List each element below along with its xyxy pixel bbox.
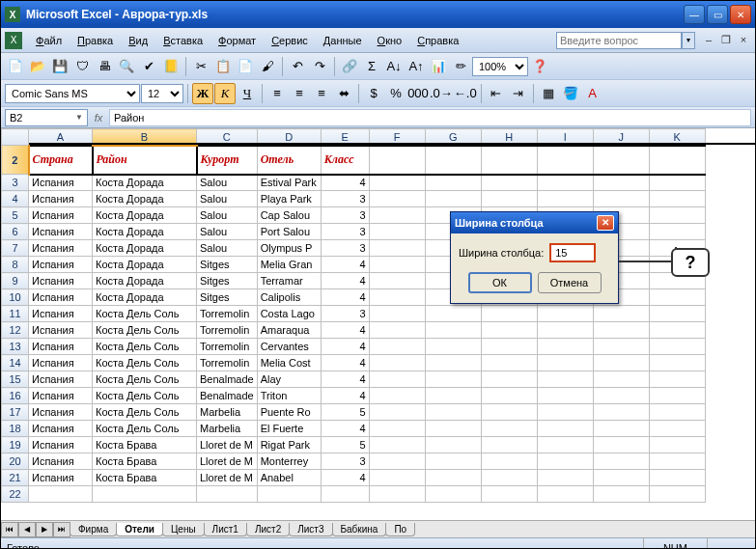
cell-E2[interactable]: Класс: [321, 146, 369, 175]
italic-button[interactable]: К: [214, 83, 236, 104]
cut-icon[interactable]: ✂: [190, 56, 211, 77]
cell-B10[interactable]: Коста Дорада: [93, 289, 197, 306]
row-header-6[interactable]: 6: [2, 224, 29, 240]
redo-icon[interactable]: ↷: [309, 56, 330, 77]
row-header-3[interactable]: 3: [2, 175, 29, 191]
cell-H16[interactable]: [481, 388, 537, 404]
cell-A5[interactable]: Испания: [29, 207, 93, 224]
cell-C19[interactable]: Lloret de M: [197, 437, 258, 453]
cell-K11[interactable]: [649, 306, 705, 322]
cell-I21[interactable]: [537, 470, 593, 486]
cell-A21[interactable]: Испания: [29, 470, 93, 486]
menu-данные[interactable]: Данные: [316, 32, 370, 49]
cell-G12[interactable]: [425, 322, 481, 339]
align-center-icon[interactable]: ≡: [289, 83, 310, 104]
cell-E18[interactable]: 4: [321, 421, 369, 437]
format-painter-icon[interactable]: 🖌: [257, 56, 278, 77]
cell-K17[interactable]: [649, 404, 705, 421]
cell-C6[interactable]: Salou: [197, 224, 258, 240]
column-width-input[interactable]: [549, 243, 596, 262]
font-combo[interactable]: Comic Sans MS: [5, 84, 140, 103]
doc-restore-button[interactable]: ❐: [718, 34, 734, 47]
cell-D17[interactable]: Puente Ro: [257, 404, 321, 421]
cell-F19[interactable]: [369, 437, 425, 453]
row-header-11[interactable]: 11: [2, 306, 29, 322]
cell-J21[interactable]: [593, 470, 649, 486]
cell-B8[interactable]: Коста Дорада: [93, 257, 197, 273]
row-header-9[interactable]: 9: [2, 273, 29, 289]
cell-C7[interactable]: Salou: [197, 240, 258, 257]
cell-J2[interactable]: [593, 146, 649, 175]
fx-icon[interactable]: fx: [88, 112, 109, 124]
cell-D5[interactable]: Cap Salou: [257, 207, 321, 224]
cell-B20[interactable]: Коста Брава: [93, 453, 197, 470]
print-icon[interactable]: 🖶: [94, 56, 115, 77]
cell-I19[interactable]: [537, 437, 593, 453]
cell-D10[interactable]: Calipolis: [257, 289, 321, 306]
menu-формат[interactable]: Формат: [210, 32, 264, 49]
cell-K5[interactable]: [649, 207, 705, 224]
cell-G20[interactable]: [425, 453, 481, 470]
cell-D21[interactable]: Anabel: [257, 470, 321, 486]
cell-K3[interactable]: [649, 175, 705, 191]
cell-B13[interactable]: Коста Дель Соль: [93, 339, 197, 355]
cell-A17[interactable]: Испания: [29, 404, 93, 421]
cell-D18[interactable]: El Fuerte: [257, 421, 321, 437]
align-left-icon[interactable]: ≡: [266, 83, 288, 104]
cell-B12[interactable]: Коста Дель Соль: [93, 322, 197, 339]
menu-правка[interactable]: Правка: [70, 32, 121, 49]
cell-A8[interactable]: Испания: [29, 257, 93, 273]
cell-E8[interactable]: 4: [321, 257, 369, 273]
cell-J16[interactable]: [593, 388, 649, 404]
cell-K2[interactable]: [649, 146, 705, 175]
cell-J14[interactable]: [593, 355, 649, 371]
sheet-tab-Цены[interactable]: Цены: [162, 523, 205, 536]
open-icon[interactable]: 📂: [27, 56, 48, 77]
cell-I17[interactable]: [537, 404, 593, 421]
cell-E13[interactable]: 4: [321, 339, 369, 355]
row-header-14[interactable]: 14: [2, 355, 29, 371]
cell-A16[interactable]: Испания: [29, 388, 93, 404]
cell-G16[interactable]: [425, 388, 481, 404]
cell-D15[interactable]: Alay: [257, 371, 321, 388]
cell-B15[interactable]: Коста Дель Соль: [93, 371, 197, 388]
cell-J4[interactable]: [593, 191, 649, 207]
cell-A6[interactable]: Испания: [29, 224, 93, 240]
cell-A3[interactable]: Испания: [29, 175, 93, 191]
cell-C3[interactable]: Salou: [197, 175, 258, 191]
help-search-dropdown[interactable]: ▾: [682, 32, 695, 49]
preview-icon[interactable]: 🔍: [116, 56, 137, 77]
cell-B19[interactable]: Коста Брава: [93, 437, 197, 453]
row-header-5[interactable]: 5: [2, 207, 29, 224]
cell-B7[interactable]: Коста Дорада: [93, 240, 197, 257]
cell-C14[interactable]: Torremolin: [197, 355, 258, 371]
cell-I14[interactable]: [537, 355, 593, 371]
cell-I18[interactable]: [537, 421, 593, 437]
cell-D13[interactable]: Cervantes: [257, 339, 321, 355]
cell-H2[interactable]: [481, 146, 537, 175]
cell-I11[interactable]: [537, 306, 593, 322]
cell-K6[interactable]: [649, 224, 705, 240]
cell-K18[interactable]: [649, 421, 705, 437]
help-search-input[interactable]: [556, 32, 682, 49]
cell-C13[interactable]: Torremolin: [197, 339, 258, 355]
cell-B18[interactable]: Коста Дель Соль: [93, 421, 197, 437]
cell-B4[interactable]: Коста Дорада: [93, 191, 197, 207]
minimize-button[interactable]: —: [684, 5, 705, 24]
worksheet-grid[interactable]: ABCDEFGHIJK2СтранаРайонКурортОтельКласс3…: [1, 128, 755, 520]
cell-G19[interactable]: [425, 437, 481, 453]
chevron-down-icon[interactable]: ▼: [75, 113, 83, 122]
cell-K15[interactable]: [649, 371, 705, 388]
cell-H20[interactable]: [481, 453, 537, 470]
row-header-16[interactable]: 16: [2, 388, 29, 404]
cell-B2[interactable]: Район: [93, 146, 197, 175]
help-icon[interactable]: ❓: [529, 56, 550, 77]
spellcheck-icon[interactable]: ✔: [138, 56, 159, 77]
comma-icon[interactable]: 000: [407, 83, 429, 104]
cell-D14[interactable]: Melia Cost: [257, 355, 321, 371]
cell-H17[interactable]: [481, 404, 537, 421]
col-header-C[interactable]: C: [197, 129, 258, 146]
cell-F14[interactable]: [369, 355, 425, 371]
maximize-button[interactable]: ▭: [707, 5, 728, 24]
cell-B21[interactable]: Коста Брава: [93, 470, 197, 486]
